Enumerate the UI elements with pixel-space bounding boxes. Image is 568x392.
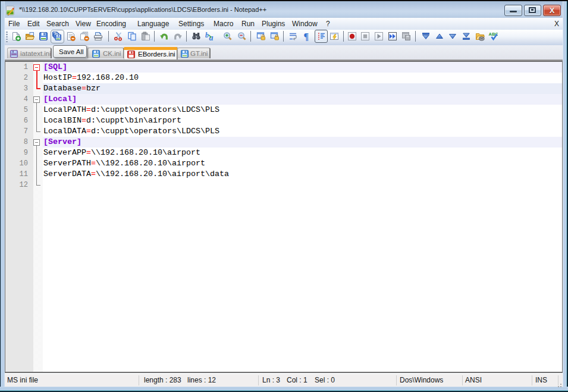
svg-text:¶: ¶ xyxy=(304,32,309,41)
svg-text:b: b xyxy=(205,32,209,39)
